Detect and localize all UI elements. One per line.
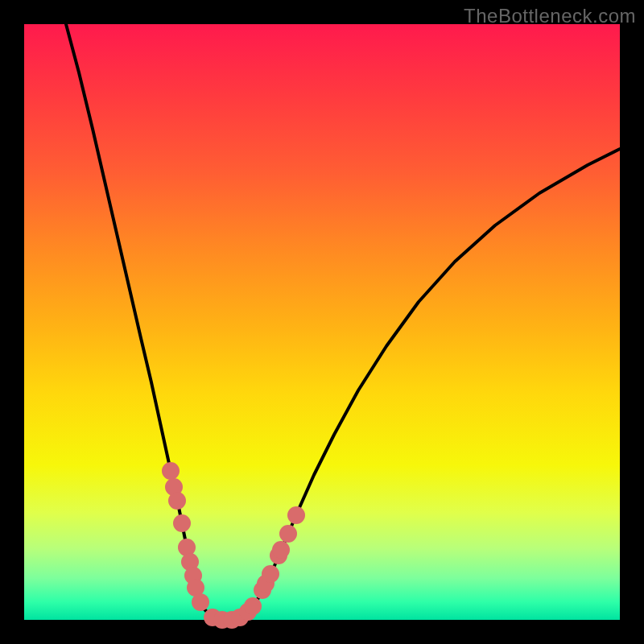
marker-dot	[168, 492, 186, 510]
watermark-text: TheBottleneck.com	[464, 5, 636, 27]
marker-dot	[279, 525, 297, 543]
chart-frame: TheBottleneck.com	[0, 0, 644, 644]
chart-plot-area	[24, 24, 620, 620]
bottleneck-curve	[66, 24, 620, 620]
marker-dot	[173, 514, 191, 532]
marker-dot	[192, 593, 209, 611]
marker-dot	[162, 462, 180, 480]
chart-svg	[24, 24, 620, 620]
marker-dot	[244, 597, 262, 615]
marker-dot	[262, 565, 279, 583]
marker-dot	[272, 541, 290, 559]
marker-dot	[287, 506, 305, 524]
